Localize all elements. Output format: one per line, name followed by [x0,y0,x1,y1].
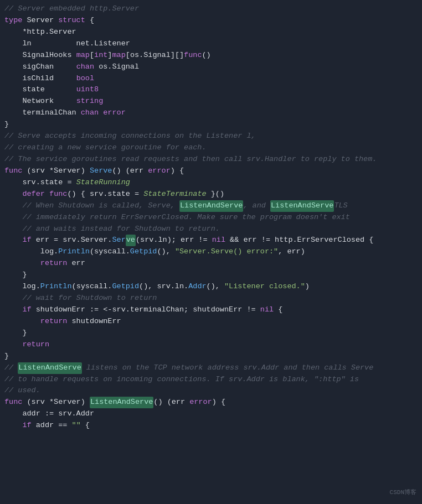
watermark: CSDN博客 [390,488,416,497]
code-line: defer func() { srv.state = StateTerminat… [0,189,422,200]
code-line: // wait for Shutdown to return [0,293,422,304]
code-line: // The service goroutines read requests … [0,154,422,165]
code-line: if addr == "" { [0,420,422,432]
code-line: // creating a new service goroutine for … [0,142,422,154]
code-line: // When Shutdown is called, Serve, Liste… [0,200,422,212]
code-editor: // Server embedded http.Server type Serv… [0,0,422,435]
code-line: // immediately return ErrServerClosed. M… [0,212,422,224]
code-line: } [0,328,422,339]
code-line: log.Println(syscall.Getpid(), srv.ln.Add… [0,281,422,293]
code-line: addr := srv.Addr [0,408,422,420]
code-line: // Server embedded http.Server [0,3,422,15]
code-line: log.Println(syscall.Getpid(), "Server.Se… [0,246,422,258]
code-line: return shutdownErr [0,316,422,328]
code-line: type Server struct { [0,15,422,27]
code-line: srv.state = StateRunning [0,177,422,189]
code-line: } [0,351,422,362]
code-line: } [0,119,422,131]
code-line: func (srv *Server) ListenAndServe() (err… [0,397,422,408]
code-line: terminalChan chan error [0,107,422,119]
code-line: ln net.Listener [0,38,422,50]
code-line: Network string [0,96,422,107]
code-line: // and waits instead for Shutdown to ret… [0,224,422,235]
code-line: sigChan chan os.Signal [0,61,422,73]
code-line: } [0,269,422,281]
code-line: // to handle requests on incoming connec… [0,374,422,386]
code-line: if err = srv.Server.Serve(srv.ln); err !… [0,235,422,246]
code-line: return err [0,258,422,269]
code-line: isChild bool [0,73,422,85]
code-line: return [0,339,422,351]
code-line: func (srv *Server) Serve() (err error) { [0,165,422,177]
code-line: // ListenAndServe listens on the TCP net… [0,362,422,374]
code-line: state uint8 [0,84,422,96]
code-line: // used. [0,385,422,397]
code-line: if shutdownErr := <-srv.terminalChan; sh… [0,304,422,316]
code-line: // Serve accepts incoming connections on… [0,131,422,142]
code-line: SignalHooks map[int]map[os.Signal][]func… [0,50,422,61]
code-line: *http.Server [0,27,422,38]
